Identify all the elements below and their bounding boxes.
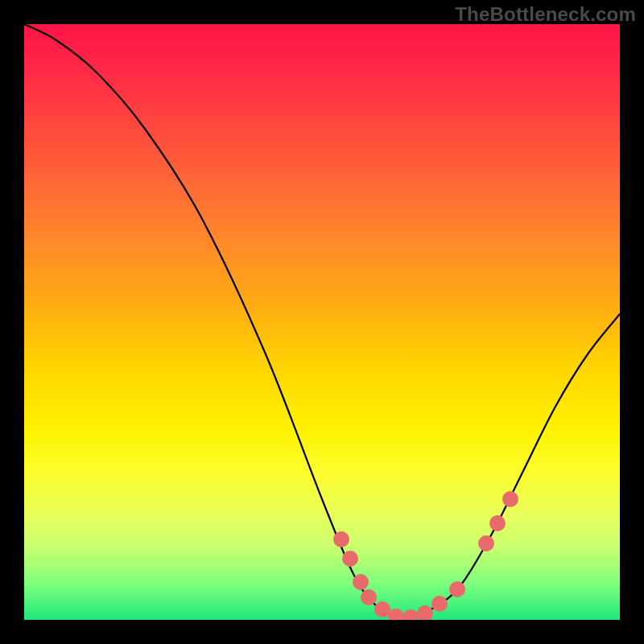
watermark-label: TheBottleneck.com: [455, 3, 636, 26]
gradient-plot-area: [24, 24, 620, 620]
